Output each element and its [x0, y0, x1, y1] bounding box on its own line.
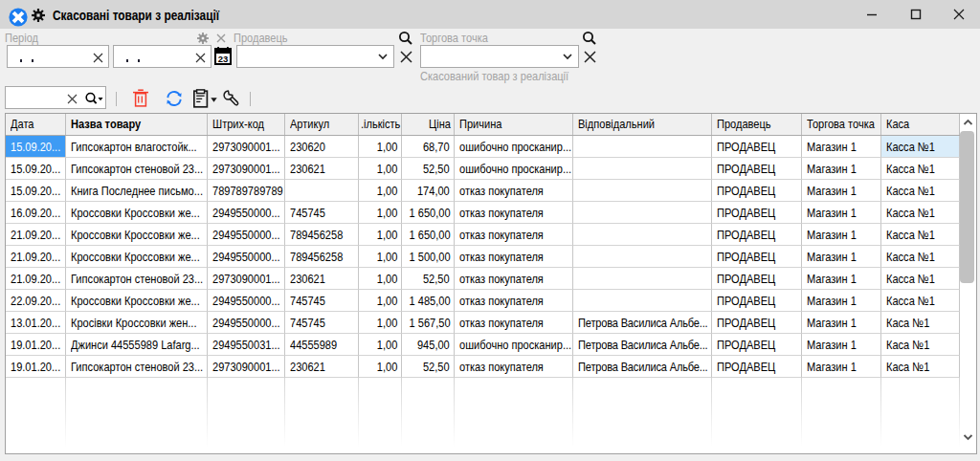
svg-text:23: 23 — [218, 54, 229, 64]
